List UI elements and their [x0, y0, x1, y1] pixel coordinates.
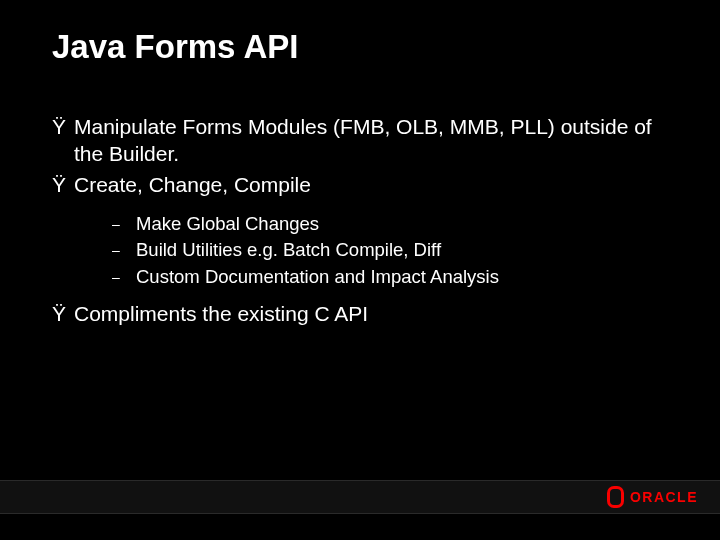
bullet-marker: Ÿ	[52, 301, 74, 328]
bullet-item: Ÿ Create, Change, Compile	[52, 172, 668, 199]
sub-bullet-item: – Custom Documentation and Impact Analys…	[112, 264, 668, 291]
sub-bullet-marker: –	[112, 264, 136, 291]
oracle-o-icon	[607, 486, 624, 508]
content-area: Ÿ Manipulate Forms Modules (FMB, OLB, MM…	[52, 114, 668, 328]
sub-bullet-marker: –	[112, 237, 136, 264]
bullet-text: Compliments the existing C API	[74, 301, 668, 328]
sub-bullet-text: Build Utilities e.g. Batch Compile, Diff	[136, 237, 668, 264]
sub-bullet-text: Custom Documentation and Impact Analysis	[136, 264, 668, 291]
bullet-item: Ÿ Manipulate Forms Modules (FMB, OLB, MM…	[52, 114, 668, 168]
footer-bar: ORACLE	[0, 480, 720, 514]
slide: Java Forms API Ÿ Manipulate Forms Module…	[0, 0, 720, 540]
oracle-logo-text: ORACLE	[630, 489, 698, 505]
bullet-text: Create, Change, Compile	[74, 172, 668, 199]
sub-bullet-text: Make Global Changes	[136, 211, 668, 238]
bullet-marker: Ÿ	[52, 114, 74, 168]
bullet-marker: Ÿ	[52, 172, 74, 199]
oracle-logo: ORACLE	[607, 486, 698, 508]
sub-bullet-item: – Build Utilities e.g. Batch Compile, Di…	[112, 237, 668, 264]
sub-bullet-marker: –	[112, 211, 136, 238]
sub-bullet-item: – Make Global Changes	[112, 211, 668, 238]
page-title: Java Forms API	[52, 28, 668, 66]
bullet-text: Manipulate Forms Modules (FMB, OLB, MMB,…	[74, 114, 668, 168]
bullet-item: Ÿ Compliments the existing C API	[52, 301, 668, 328]
